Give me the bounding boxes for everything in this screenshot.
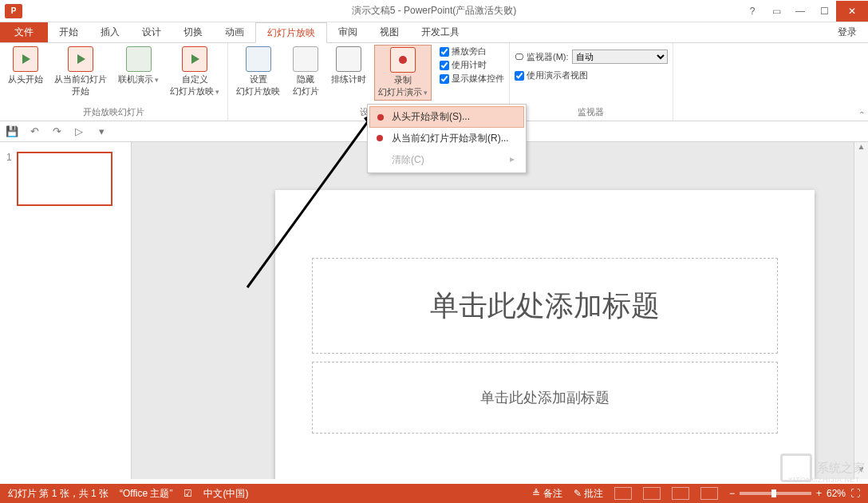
language-info[interactable]: 中文(中国) bbox=[203, 487, 248, 501]
ribbon-options-button[interactable]: ▭ bbox=[764, 1, 788, 22]
record-icon bbox=[390, 47, 416, 73]
tab-review[interactable]: 审阅 bbox=[327, 22, 369, 42]
tab-slideshow[interactable]: 幻灯片放映 bbox=[255, 22, 327, 43]
slide[interactable]: 单击此处添加标题 单击此处添加副标题 bbox=[275, 190, 815, 479]
notes-button[interactable]: ≜ 备注 bbox=[532, 487, 562, 501]
scroll-up-icon[interactable]: ▲ bbox=[854, 142, 868, 156]
zoom-controls: − + 62% ⛶ bbox=[729, 488, 860, 499]
zoom-out-button[interactable]: − bbox=[729, 488, 735, 499]
label: 从头开始录制(S)... bbox=[392, 111, 470, 122]
title-placeholder[interactable]: 单击此处添加标题 bbox=[312, 258, 778, 354]
use-presenter-view-checkbox[interactable]: 使用演示者视图 bbox=[515, 69, 588, 82]
gear-icon bbox=[246, 46, 271, 72]
label: 从头开始 bbox=[8, 73, 43, 85]
normal-view-button[interactable] bbox=[614, 487, 632, 500]
vertical-scrollbar[interactable]: ▲ ▼ bbox=[854, 142, 868, 479]
label: 从当前幻灯片开始录制(R)... bbox=[392, 133, 509, 144]
use-timings-checkbox[interactable]: 使用计时 bbox=[440, 58, 504, 72]
tab-animation[interactable]: 动画 bbox=[214, 22, 255, 42]
minimize-button[interactable]: — bbox=[788, 1, 812, 22]
play-from-current-icon bbox=[68, 46, 93, 72]
ribbon-group-monitor: 🖵 监视器(M): 自动 使用演示者视图 监视器 bbox=[510, 43, 673, 121]
theme-info: “Office 主题” bbox=[120, 487, 172, 501]
custom-show-icon bbox=[182, 46, 207, 72]
monitor-icon: 🖵 bbox=[515, 52, 523, 61]
status-bar: 幻灯片 第 1 张，共 1 张 “Office 主题” ☑ 中文(中国) ≜ 备… bbox=[0, 484, 868, 503]
record-from-beginning-item[interactable]: 从头开始录制(S)... bbox=[369, 106, 524, 128]
window-buttons: ? ▭ — ☐ ✕ bbox=[740, 1, 868, 22]
thumbnail-1[interactable]: 1 bbox=[6, 152, 124, 206]
tab-devtools[interactable]: 开发工具 bbox=[410, 22, 471, 42]
group-label: 开始放映幻灯片 bbox=[5, 106, 223, 121]
app-icon: P bbox=[5, 4, 22, 18]
collapse-ribbon-button[interactable]: ⌃ bbox=[858, 110, 865, 119]
group-label: 监视器 bbox=[515, 106, 668, 121]
record-dropdown-menu: 从头开始录制(S)... 从当前幻灯片开始录制(R)... 清除(C) ▸ bbox=[367, 104, 527, 173]
from-current-button[interactable]: 从当前幻灯片 开始 bbox=[51, 45, 110, 99]
comments-button[interactable]: ✎ 批注 bbox=[574, 487, 603, 501]
fit-window-button[interactable]: ⛶ bbox=[850, 488, 860, 499]
window-title: 演示文稿5 - PowerPoint(产品激活失败) bbox=[352, 4, 517, 18]
tab-view[interactable]: 视图 bbox=[369, 22, 410, 42]
watermark: 系统之家 XITONGZHIJIA.NET bbox=[780, 453, 865, 482]
setup-slideshow-button[interactable]: 设置 幻灯片放映 bbox=[233, 45, 283, 99]
close-button[interactable]: ✕ bbox=[836, 1, 868, 22]
hide-slide-button[interactable]: 隐藏 幻灯片 bbox=[288, 45, 323, 99]
slide-info: 幻灯片 第 1 张，共 1 张 bbox=[8, 487, 108, 501]
watermark-url: XITONGZHIJIA.NET bbox=[788, 476, 860, 484]
record-icon bbox=[374, 133, 385, 144]
hide-icon bbox=[293, 46, 318, 72]
monitor-select[interactable]: 自动 bbox=[572, 50, 668, 64]
tab-home[interactable]: 开始 bbox=[48, 22, 89, 42]
sorter-view-button[interactable] bbox=[643, 487, 661, 500]
show-media-controls-checkbox[interactable]: 显示媒体控件 bbox=[440, 72, 504, 85]
present-online-button[interactable]: 联机演示 bbox=[115, 45, 162, 87]
reading-view-button[interactable] bbox=[672, 487, 689, 500]
save-button[interactable]: 💾 bbox=[5, 125, 19, 139]
play-from-start-icon bbox=[13, 46, 38, 72]
label: 设置 幻灯片放映 bbox=[236, 73, 280, 97]
title-bar: P 演示文稿5 - PowerPoint(产品激活失败) ? ▭ — ☐ ✕ bbox=[0, 0, 868, 22]
ribbon-group-start: 从头开始 从当前幻灯片 开始 联机演示 自定义 幻灯片放映 开始放映幻灯片 bbox=[0, 43, 228, 121]
from-beginning-button[interactable]: 从头开始 bbox=[5, 45, 46, 87]
clear-recordings-item: 清除(C) ▸ bbox=[369, 149, 524, 171]
help-button[interactable]: ? bbox=[740, 1, 764, 22]
monitor-label: 监视器(M): bbox=[527, 51, 569, 63]
thumb-preview bbox=[17, 152, 112, 206]
checkbox-column: 播放旁白 使用计时 显示媒体控件 bbox=[436, 45, 504, 85]
subtitle-placeholder[interactable]: 单击此处添加副标题 bbox=[312, 362, 778, 434]
monitor-row: 🖵 监视器(M): 自动 bbox=[515, 50, 668, 64]
label: 从当前幻灯片 开始 bbox=[54, 73, 107, 97]
play-narration-checkbox[interactable]: 播放旁白 bbox=[440, 45, 504, 58]
zoom-in-button[interactable]: + bbox=[816, 488, 822, 499]
zoom-slider[interactable] bbox=[740, 492, 811, 495]
label: 录制 幻灯片演示 bbox=[378, 74, 428, 98]
maximize-button[interactable]: ☐ bbox=[812, 1, 836, 22]
timer-icon bbox=[336, 46, 361, 72]
qat-more-button[interactable]: ▾ bbox=[94, 125, 108, 139]
tab-insert[interactable]: 插入 bbox=[89, 22, 131, 42]
thumbnail-pane[interactable]: 1 bbox=[0, 142, 132, 479]
tab-file[interactable]: 文件 bbox=[0, 22, 48, 42]
undo-button[interactable]: ↶ bbox=[27, 125, 41, 139]
label: 自定义 幻灯片放映 bbox=[170, 73, 219, 97]
slide-canvas[interactable]: 单击此处添加标题 单击此处添加副标题 bbox=[132, 142, 854, 479]
tab-transition[interactable]: 切换 bbox=[172, 22, 214, 42]
slideshow-view-button[interactable] bbox=[700, 487, 718, 500]
record-from-current-item[interactable]: 从当前幻灯片开始录制(R)... bbox=[369, 128, 524, 149]
custom-slideshow-button[interactable]: 自定义 幻灯片放映 bbox=[167, 45, 223, 99]
spellcheck-icon[interactable]: ☑ bbox=[183, 488, 192, 499]
signin-link[interactable]: 登录 bbox=[827, 22, 868, 42]
main-area: 1 单击此处添加标题 单击此处添加副标题 ▲ ▼ bbox=[0, 142, 868, 479]
watermark-text: 系统之家 bbox=[817, 461, 865, 476]
rehearse-timings-button[interactable]: 排练计时 bbox=[328, 45, 369, 87]
thumb-number: 1 bbox=[6, 152, 12, 206]
redo-button[interactable]: ↷ bbox=[49, 125, 64, 139]
start-show-button[interactable]: ▷ bbox=[72, 125, 86, 139]
label: 隐藏 幻灯片 bbox=[293, 73, 319, 97]
record-slideshow-button[interactable]: 录制 幻灯片演示 bbox=[374, 45, 432, 101]
ribbon-tabs: 文件 开始 插入 设计 切换 动画 幻灯片放映 审阅 视图 开发工具 登录 bbox=[0, 22, 868, 43]
tab-design[interactable]: 设计 bbox=[131, 22, 172, 42]
zoom-percent[interactable]: 62% bbox=[827, 488, 846, 499]
label: 排练计时 bbox=[331, 73, 366, 85]
